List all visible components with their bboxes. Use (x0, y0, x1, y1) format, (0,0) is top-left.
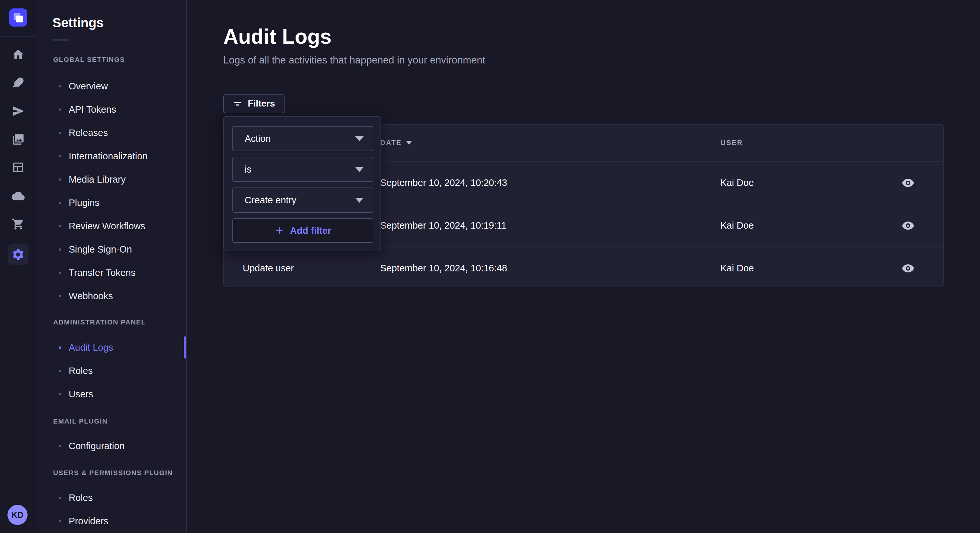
sidebar-item-admin-roles[interactable]: Roles (36, 359, 186, 382)
sidebar-item-media-library[interactable]: Media Library (36, 168, 186, 191)
sidebar-item-overview[interactable]: Overview (36, 75, 186, 98)
plus-icon (275, 226, 284, 235)
content-type-builder-layout-icon[interactable] (12, 161, 25, 174)
rail-divider (0, 36, 36, 37)
view-details-eye-icon[interactable] (896, 257, 920, 280)
cell-action: Update user (243, 247, 294, 289)
filters-button[interactable]: Filters (223, 94, 285, 113)
title-divider (53, 40, 69, 40)
user-avatar[interactable]: KD (8, 505, 27, 525)
sidebar-item-plugins[interactable]: Plugins (36, 191, 186, 214)
cell-user: Kai Doe (721, 204, 754, 246)
bullet-dot (59, 497, 61, 499)
bullet-dot (59, 445, 61, 447)
page-title: Audit Logs (223, 25, 331, 49)
releases-send-icon[interactable] (12, 105, 25, 117)
bullet-dot (59, 248, 61, 251)
cell-date: September 10, 2024, 10:20:43 (380, 162, 507, 204)
sidebar-title: Settings (52, 16, 104, 30)
chevron-down-icon (355, 198, 364, 203)
table-row: Update user September 10, 2024, 10:16:48… (224, 247, 943, 289)
bullet-dot (59, 370, 61, 372)
column-header-user: USER (721, 125, 743, 161)
rail-divider (0, 497, 36, 497)
bullet-dot (59, 85, 61, 87)
sidebar-item-internationalization[interactable]: Internationalization (36, 144, 186, 168)
settings-gear-icon[interactable] (8, 244, 29, 265)
sidebar-item-transfer-tokens[interactable]: Transfer Tokens (36, 261, 186, 284)
sidebar-item-releases[interactable]: Releases (36, 121, 186, 144)
main-nav-rail: KD (0, 0, 36, 533)
bullet-dot (59, 295, 61, 297)
view-details-eye-icon[interactable] (896, 171, 920, 194)
sort-desc-icon (406, 141, 412, 145)
filters-popover: Action is Create entry Add filter (223, 116, 381, 251)
view-details-eye-icon[interactable] (896, 214, 920, 237)
page-subtitle: Logs of all the activities that happened… (223, 54, 485, 66)
sidebar-item-up-providers[interactable]: Providers (36, 509, 186, 533)
main-content: Audit Logs Logs of all the activities th… (187, 0, 980, 533)
cell-user: Kai Doe (721, 162, 754, 204)
filter-icon (233, 99, 242, 108)
media-library-icon[interactable] (12, 133, 25, 146)
chevron-down-icon (355, 167, 364, 172)
sidebar-item-audit-logs[interactable]: Audit Logs (36, 336, 186, 359)
bullet-dot (59, 202, 61, 204)
strapi-logo[interactable] (9, 8, 27, 27)
bullet-dot (59, 520, 61, 522)
bullet-dot (59, 346, 61, 349)
bullet-dot (59, 272, 61, 274)
chevron-down-icon (355, 136, 364, 141)
cell-date: September 10, 2024, 10:19:11 (380, 204, 506, 246)
sidebar-item-up-roles[interactable]: Roles (36, 486, 186, 509)
section-administration-panel: ADMINISTRATION PANEL (36, 318, 186, 327)
cloud-icon[interactable] (12, 189, 25, 202)
filter-operator-select[interactable]: is (232, 157, 373, 182)
cell-date: September 10, 2024, 10:16:48 (380, 247, 507, 289)
strapi-settings-screen: KD Settings GLOBAL SETTINGS Overview API… (0, 0, 980, 533)
sidebar-item-api-tokens[interactable]: API Tokens (36, 98, 186, 121)
bullet-dot (59, 178, 61, 181)
sidebar-item-single-sign-on[interactable]: Single Sign-On (36, 238, 186, 261)
bullet-dot (59, 225, 61, 227)
settings-sidebar: Settings GLOBAL SETTINGS Overview API To… (36, 0, 187, 533)
sidebar-item-webhooks[interactable]: Webhooks (36, 284, 186, 308)
settings-nav: GLOBAL SETTINGS Overview API Tokens Rele… (36, 51, 186, 533)
add-filter-button[interactable]: Add filter (232, 218, 373, 243)
section-global-settings: GLOBAL SETTINGS (36, 56, 186, 64)
column-header-date[interactable]: DATE (380, 125, 412, 161)
sidebar-item-review-workflows[interactable]: Review Workflows (36, 214, 186, 238)
strapi-logo-icon (9, 8, 27, 27)
sidebar-item-email-configuration[interactable]: Configuration (36, 434, 186, 458)
cell-user: Kai Doe (721, 247, 754, 289)
filter-value-select[interactable]: Create entry (232, 187, 373, 213)
marketplace-cart-icon[interactable] (12, 217, 25, 230)
sidebar-item-admin-users[interactable]: Users (36, 382, 186, 406)
content-manager-feather-icon[interactable] (12, 76, 25, 89)
bullet-dot (59, 108, 61, 111)
section-users-permissions-plugin: USERS & PERMISSIONS PLUGIN (36, 468, 186, 477)
bullet-dot (59, 155, 61, 157)
section-email-plugin: EMAIL PLUGIN (36, 417, 186, 425)
bullet-dot (59, 132, 61, 134)
home-icon[interactable] (12, 48, 25, 61)
filter-field-select[interactable]: Action (232, 126, 373, 151)
bullet-dot (59, 393, 61, 395)
